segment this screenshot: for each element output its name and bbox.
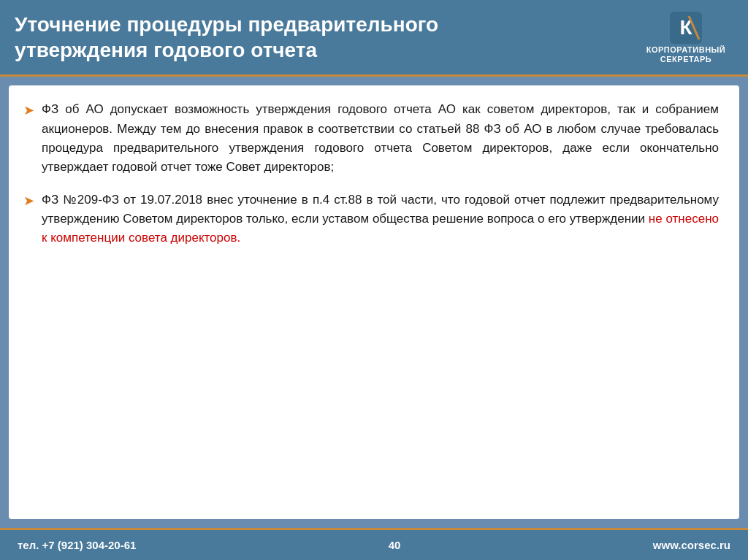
bullet-item-2: ➤ ФЗ №209-ФЗ от 19.07.2018 внес уточнени… [23,191,719,248]
logo-text: КОРПОРАТИВНЫЙСЕКРЕТАРЬ [646,45,726,64]
slide-title: Уточнение процедуры предварительного утв… [15,12,624,63]
footer-phone: тел. +7 (921) 304-20-61 [18,539,136,551]
footer-website: www.corsec.ru [653,539,730,551]
content-area: ➤ ФЗ об АО допускает возможность утвержд… [9,85,739,519]
footer: тел. +7 (921) 304-20-61 40 www.corsec.ru [0,528,748,560]
logo: К КОРПОРАТИВНЫЙСЕКРЕТАРЬ [638,10,733,64]
bullet-text-1: ФЗ об АО допускает возможность утвержден… [42,100,719,177]
bullet-item-1: ➤ ФЗ об АО допускает возможность утвержд… [23,100,719,177]
header: Уточнение процедуры предварительного утв… [0,0,748,77]
logo-icon: К [668,10,703,45]
bullet-arrow-1: ➤ [23,101,34,120]
bullet-arrow-2: ➤ [23,191,34,211]
footer-page-number: 40 [389,539,401,551]
slide: Уточнение процедуры предварительного утв… [0,0,748,560]
bullet-text-2: ФЗ №209-ФЗ от 19.07.2018 внес уточнение … [42,191,719,248]
